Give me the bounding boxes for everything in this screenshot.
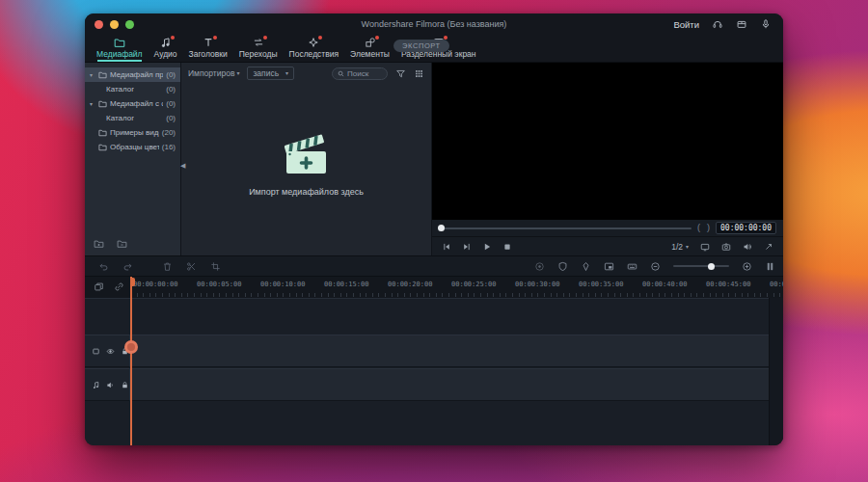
- manage-tracks-icon[interactable]: [94, 281, 104, 292]
- snapshot-camera-icon[interactable]: [721, 242, 731, 252]
- timeline-zoom-slider[interactable]: [673, 265, 729, 267]
- import-dropzone[interactable]: Импорт медиафайлов здесь: [181, 84, 431, 255]
- minimize-window-button[interactable]: [110, 20, 119, 29]
- export-button[interactable]: ЭКСПОРТ: [393, 40, 449, 52]
- zoom-in-icon[interactable]: [742, 261, 752, 272]
- search-icon: [338, 70, 344, 77]
- stop-button[interactable]: [502, 242, 512, 252]
- delete-clip-button[interactable]: [162, 261, 173, 272]
- mute-speaker-icon[interactable]: [106, 381, 115, 389]
- media-toolbar: Импортиров ▾ запись ▾: [181, 63, 431, 84]
- login-button[interactable]: Войти: [673, 19, 699, 30]
- ruler-label: 00:00:10:00: [260, 281, 305, 288]
- delete-folder-icon[interactable]: [117, 238, 127, 249]
- mark-in-button[interactable]: (: [697, 224, 700, 232]
- tab-media[interactable]: Медиафайл: [91, 35, 149, 62]
- zoom-out-icon[interactable]: [650, 261, 661, 272]
- transport-controls: 1/2▾: [432, 236, 783, 255]
- search-box[interactable]: [332, 67, 388, 80]
- play-button[interactable]: [482, 242, 492, 252]
- feature-tabbar: Медиафайл Аудио Заголовки Переходы После…: [85, 35, 783, 63]
- ruler-label: 00:00:15:00: [324, 281, 368, 288]
- marker-icon[interactable]: [581, 261, 591, 272]
- display-device-icon[interactable]: [700, 242, 710, 252]
- grid-view-icon[interactable]: [414, 68, 424, 79]
- fullscreen-window-button[interactable]: [125, 20, 134, 29]
- lock-track-icon[interactable]: [121, 381, 129, 389]
- folder-icon: [98, 128, 107, 137]
- audio-track-icon[interactable]: [92, 381, 100, 389]
- tab-transitions[interactable]: Переходы: [233, 35, 284, 62]
- fullscreen-icon[interactable]: [764, 242, 773, 252]
- playhead-marker-badge[interactable]: [124, 340, 138, 354]
- timeline-toolbar: [85, 255, 783, 277]
- sidebar-item-sample-colors[interactable]: Образцы цветов (16): [85, 140, 180, 154]
- link-clips-icon[interactable]: [114, 281, 124, 292]
- caret-down-icon[interactable]: ▾: [90, 101, 95, 107]
- undo-button[interactable]: [98, 261, 109, 272]
- support-headset-icon[interactable]: [712, 18, 723, 30]
- zoom-slider-handle[interactable]: [708, 263, 715, 270]
- import-dropdown[interactable]: Импортиров ▾: [188, 68, 239, 78]
- track-height-icon[interactable]: [765, 261, 775, 272]
- eye-visibility-icon[interactable]: [106, 347, 115, 356]
- search-input[interactable]: [347, 69, 382, 78]
- record-dropdown[interactable]: запись ▾: [247, 67, 294, 80]
- tab-elements[interactable]: Элементы: [344, 35, 395, 62]
- new-folder-icon[interactable]: [94, 238, 104, 249]
- timeline-ruler[interactable]: 00:00:00:00 00:00:05:00 00:00:10:00 00:0…: [85, 277, 783, 299]
- next-frame-button[interactable]: [462, 242, 472, 252]
- picture-in-picture-icon[interactable]: [604, 261, 614, 272]
- timeline-vertical-scrollbar[interactable]: [769, 298, 783, 445]
- playback-scrubber[interactable]: [439, 228, 692, 229]
- tab-titles[interactable]: Заголовки: [183, 35, 233, 62]
- caret-down-icon[interactable]: ▾: [90, 72, 95, 78]
- playback-quality-dropdown[interactable]: 1/2▾: [671, 242, 689, 252]
- tab-effects[interactable]: Последствия: [284, 35, 345, 62]
- notification-dot: [171, 36, 175, 40]
- folder-icon: [98, 70, 107, 79]
- collapse-sidebar-icon[interactable]: ◀: [180, 162, 185, 169]
- video-track-header: [85, 335, 130, 367]
- volume-icon[interactable]: [743, 242, 752, 252]
- sidebar-item-catalog-1[interactable]: Каталог (0): [85, 82, 180, 96]
- previous-frame-button[interactable]: [442, 242, 451, 252]
- playhead-flag[interactable]: [130, 278, 135, 286]
- ruler-label: 00:00:30:00: [515, 281, 559, 288]
- sidebar-item-shared-media[interactable]: ▾ Медиафайл с совме... (0): [85, 96, 180, 111]
- chevron-down-icon: ▾: [285, 70, 288, 76]
- main-content: ▾ Медиафайл проекта (0) Каталог (0) ▾ Ме…: [85, 63, 783, 255]
- media-panel: Импортиров ▾ запись ▾: [181, 63, 432, 255]
- window-titlebar[interactable]: Wondershare Filmora (Без названия) Войти: [85, 13, 783, 35]
- close-window-button[interactable]: [95, 20, 103, 29]
- folder-icon: [98, 99, 107, 108]
- chevron-down-icon: ▾: [236, 70, 239, 76]
- ruler-label: 00:00: [770, 281, 783, 288]
- app-window: Wondershare Filmora (Без названия) Войти…: [85, 13, 783, 445]
- shield-icon[interactable]: [557, 261, 568, 272]
- microphone-icon[interactable]: [760, 18, 772, 30]
- clapperboard-icon: [282, 132, 332, 176]
- inbox-box-icon[interactable]: [736, 18, 747, 30]
- audio-track-lane[interactable]: [130, 368, 770, 401]
- video-track-icon[interactable]: [92, 347, 100, 356]
- media-library-sidebar: ▾ Медиафайл проекта (0) Каталог (0) ▾ Ме…: [85, 63, 181, 255]
- split-scissors-button[interactable]: [186, 261, 197, 272]
- ruler-label: 00:00:40:00: [642, 281, 687, 288]
- filter-icon[interactable]: [395, 68, 406, 79]
- render-preview-icon[interactable]: [534, 261, 545, 272]
- ruler-label: 00:00:05:00: [197, 281, 241, 288]
- video-track-lane[interactable]: [130, 335, 770, 367]
- mark-out-button[interactable]: ): [707, 224, 710, 232]
- text-title-icon: [203, 37, 214, 48]
- desktop-wallpaper: Wondershare Filmora (Без названия) Войти…: [0, 0, 868, 482]
- sidebar-item-catalog-2[interactable]: Каталог (0): [85, 111, 180, 125]
- crop-button[interactable]: [210, 261, 221, 272]
- sidebar-item-project-media[interactable]: ▾ Медиафайл проекта (0): [85, 67, 180, 82]
- keyboard-shortcuts-icon[interactable]: [627, 261, 637, 272]
- preview-video: [432, 63, 783, 220]
- redo-button[interactable]: [122, 261, 133, 272]
- sidebar-item-sample-videos[interactable]: Примеры видео (20): [85, 125, 180, 140]
- tab-audio[interactable]: Аудио: [149, 35, 183, 62]
- scrubber-handle[interactable]: [438, 225, 445, 231]
